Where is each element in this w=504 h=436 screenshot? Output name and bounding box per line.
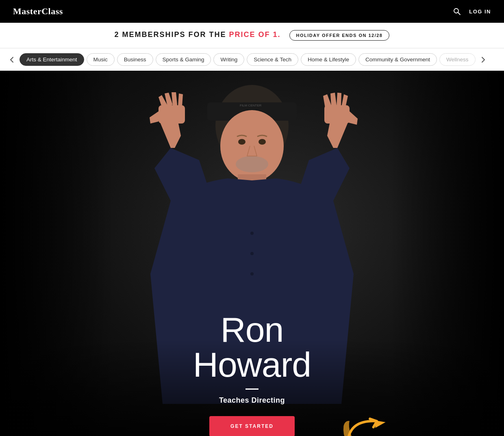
nav-right: LOG IN [453, 7, 491, 15]
svg-point-10 [238, 139, 245, 145]
svg-point-11 [259, 139, 266, 145]
hero-content: Ron Howard Teaches Directing GET STARTED [0, 312, 504, 436]
category-music[interactable]: Music [87, 53, 115, 66]
svg-rect-8 [324, 105, 350, 124]
top-nav: MasterClass LOG IN [0, 0, 504, 23]
category-business[interactable]: Business [117, 53, 153, 66]
category-pills: Arts & Entertainment Music Business Spor… [20, 53, 476, 66]
category-community[interactable]: Community & Government [358, 53, 437, 66]
search-icon [453, 7, 461, 15]
name-divider [245, 388, 259, 390]
promo-highlight: PRICE OF 1. [229, 30, 281, 39]
nav-prev-button[interactable] [7, 55, 17, 65]
category-sports[interactable]: Sports & Gaming [156, 53, 211, 66]
arrow-icon [338, 406, 393, 436]
teaches-label: Teaches Directing [0, 396, 504, 405]
promo-banner: 2 MEMBERSHIPS FOR THE PRICE OF 1. HOLIDA… [0, 23, 504, 48]
promo-text-before: 2 MEMBERSHIPS FOR THE [115, 30, 229, 39]
category-wellness[interactable]: Wellness [439, 53, 476, 66]
svg-point-14 [250, 252, 254, 255]
search-button[interactable] [453, 7, 461, 15]
nav-next-button[interactable] [478, 55, 489, 65]
instructor-first-name: Ron [0, 312, 504, 347]
promo-badge[interactable]: HOLIDAY OFFER ENDS ON 12/28 [289, 30, 390, 41]
hero-section: FILM CENTER Ron Howard Teaches Directing [0, 71, 504, 436]
chevron-right-icon [481, 56, 485, 63]
promo-text: 2 MEMBERSHIPS FOR THE PRICE OF 1. [115, 30, 284, 39]
svg-text:FILM CENTER: FILM CENTER [240, 104, 262, 107]
category-writing[interactable]: Writing [213, 53, 244, 66]
cta-area: GET STARTED [0, 416, 504, 436]
chevron-left-icon [10, 56, 14, 63]
svg-point-13 [250, 232, 254, 235]
svg-rect-7 [159, 105, 185, 124]
category-home[interactable]: Home & Lifestyle [301, 53, 356, 66]
svg-point-9 [236, 156, 268, 172]
category-science[interactable]: Science & Tech [247, 53, 298, 66]
site-logo: MasterClass [13, 6, 63, 17]
get-started-button[interactable]: GET STARTED [209, 416, 295, 436]
category-arts[interactable]: Arts & Entertainment [20, 53, 84, 66]
instructor-last-name: Howard [0, 347, 504, 382]
svg-point-15 [250, 272, 254, 275]
svg-line-1 [458, 13, 461, 15]
category-nav: Arts & Entertainment Music Business Spor… [0, 48, 504, 71]
login-button[interactable]: LOG IN [469, 9, 491, 15]
arrow-decoration [338, 406, 393, 436]
instructor-name: Ron Howard [0, 312, 504, 382]
